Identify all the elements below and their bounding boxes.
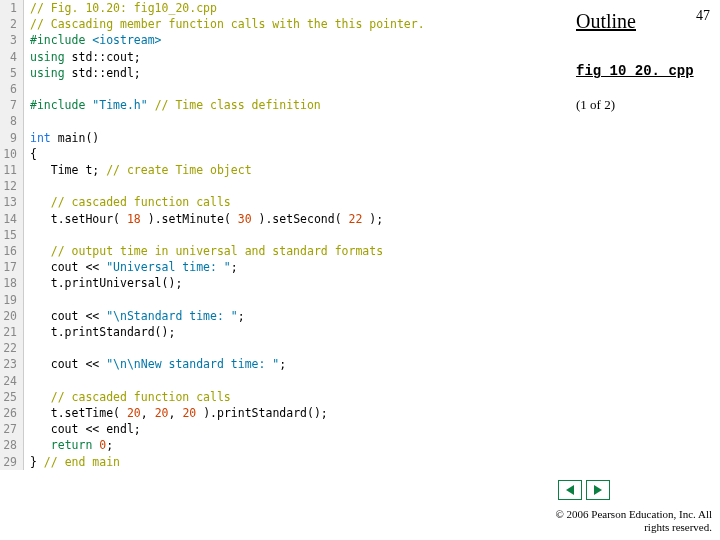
- code-line: 8: [0, 113, 560, 129]
- code-line: 17 cout << "Universal time: ";: [0, 259, 560, 275]
- code-content: [24, 227, 30, 243]
- code-content: // cascaded function calls: [24, 389, 231, 405]
- code-content: #include <iostream>: [24, 32, 162, 48]
- code-content: int main(): [24, 130, 99, 146]
- code-line: 27 cout << endl;: [0, 421, 560, 437]
- code-line: 7#include "Time.h" // Time class definit…: [0, 97, 560, 113]
- line-number: 12: [0, 178, 24, 194]
- line-number: 22: [0, 340, 24, 356]
- code-content: cout << endl;: [24, 421, 141, 437]
- next-button[interactable]: [586, 480, 610, 500]
- page-number: 47: [696, 8, 710, 24]
- part-label: (1 of 2): [576, 97, 714, 113]
- code-line: 5using std::endl;: [0, 65, 560, 81]
- code-line: 6: [0, 81, 560, 97]
- line-number: 27: [0, 421, 24, 437]
- code-content: // Cascading member function calls with …: [24, 16, 425, 32]
- line-number: 25: [0, 389, 24, 405]
- code-content: using std::endl;: [24, 65, 141, 81]
- line-number: 7: [0, 97, 24, 113]
- code-content: } // end main: [24, 454, 120, 470]
- code-listing: 1// Fig. 10.20: fig10_20.cpp2// Cascadin…: [0, 0, 560, 480]
- code-content: using std::cout;: [24, 49, 141, 65]
- line-number: 13: [0, 194, 24, 210]
- line-number: 4: [0, 49, 24, 65]
- code-line: 15: [0, 227, 560, 243]
- line-number: 5: [0, 65, 24, 81]
- code-line: 4using std::cout;: [0, 49, 560, 65]
- code-line: 10{: [0, 146, 560, 162]
- code-line: 3#include <iostream>: [0, 32, 560, 48]
- code-content: t.setHour( 18 ).setMinute( 30 ).setSecon…: [24, 211, 383, 227]
- line-number: 14: [0, 211, 24, 227]
- line-number: 2: [0, 16, 24, 32]
- code-line: 2// Cascading member function calls with…: [0, 16, 560, 32]
- code-content: cout << "\n\nNew standard time: ";: [24, 356, 286, 372]
- code-content: [24, 292, 30, 308]
- code-line: 13 // cascaded function calls: [0, 194, 560, 210]
- line-number: 20: [0, 308, 24, 324]
- line-number: 11: [0, 162, 24, 178]
- code-content: [24, 178, 30, 194]
- code-line: 25 // cascaded function calls: [0, 389, 560, 405]
- line-number: 29: [0, 454, 24, 470]
- outline-heading: Outline: [576, 10, 714, 33]
- prev-button[interactable]: [558, 480, 582, 500]
- svg-marker-0: [566, 485, 574, 495]
- triangle-right-icon: [592, 484, 604, 496]
- line-number: 18: [0, 275, 24, 291]
- code-line: 24: [0, 373, 560, 389]
- code-line: 20 cout << "\nStandard time: ";: [0, 308, 560, 324]
- copyright-text: © 2006 Pearson Education, Inc. All right…: [552, 508, 712, 534]
- code-line: 18 t.printUniversal();: [0, 275, 560, 291]
- line-number: 21: [0, 324, 24, 340]
- line-number: 10: [0, 146, 24, 162]
- svg-marker-1: [594, 485, 602, 495]
- line-number: 1: [0, 0, 24, 16]
- code-line: 12: [0, 178, 560, 194]
- code-line: 29} // end main: [0, 454, 560, 470]
- line-number: 19: [0, 292, 24, 308]
- code-content: // Fig. 10.20: fig10_20.cpp: [24, 0, 217, 16]
- code-line: 11 Time t; // create Time object: [0, 162, 560, 178]
- code-line: 21 t.printStandard();: [0, 324, 560, 340]
- line-number: 6: [0, 81, 24, 97]
- line-number: 28: [0, 437, 24, 453]
- code-line: 9int main(): [0, 130, 560, 146]
- code-content: [24, 373, 30, 389]
- line-number: 15: [0, 227, 24, 243]
- code-line: 1// Fig. 10.20: fig10_20.cpp: [0, 0, 560, 16]
- code-line: 28 return 0;: [0, 437, 560, 453]
- code-content: Time t; // create Time object: [24, 162, 252, 178]
- code-line: 19: [0, 292, 560, 308]
- code-line: 23 cout << "\n\nNew standard time: ";: [0, 356, 560, 372]
- code-content: // output time in universal and standard…: [24, 243, 383, 259]
- code-content: [24, 81, 30, 97]
- slide-nav: [558, 480, 610, 500]
- line-number: 16: [0, 243, 24, 259]
- line-number: 3: [0, 32, 24, 48]
- line-number: 17: [0, 259, 24, 275]
- line-number: 23: [0, 356, 24, 372]
- code-content: #include "Time.h" // Time class definiti…: [24, 97, 321, 113]
- code-line: 16 // output time in universal and stand…: [0, 243, 560, 259]
- code-content: cout << "\nStandard time: ";: [24, 308, 245, 324]
- line-number: 8: [0, 113, 24, 129]
- code-content: [24, 113, 30, 129]
- code-line: 14 t.setHour( 18 ).setMinute( 30 ).setSe…: [0, 211, 560, 227]
- code-content: [24, 340, 30, 356]
- line-number: 26: [0, 405, 24, 421]
- triangle-left-icon: [564, 484, 576, 496]
- line-number: 9: [0, 130, 24, 146]
- filename-label: fig 10_20. cpp: [576, 63, 714, 79]
- code-content: t.printUniversal();: [24, 275, 182, 291]
- code-line: 22: [0, 340, 560, 356]
- code-content: cout << "Universal time: ";: [24, 259, 238, 275]
- code-content: return 0;: [24, 437, 113, 453]
- side-panel: 47 Outline fig 10_20. cpp (1 of 2): [570, 0, 720, 119]
- code-content: t.printStandard();: [24, 324, 175, 340]
- code-content: // cascaded function calls: [24, 194, 231, 210]
- line-number: 24: [0, 373, 24, 389]
- code-line: 26 t.setTime( 20, 20, 20 ).printStandard…: [0, 405, 560, 421]
- code-content: {: [24, 146, 37, 162]
